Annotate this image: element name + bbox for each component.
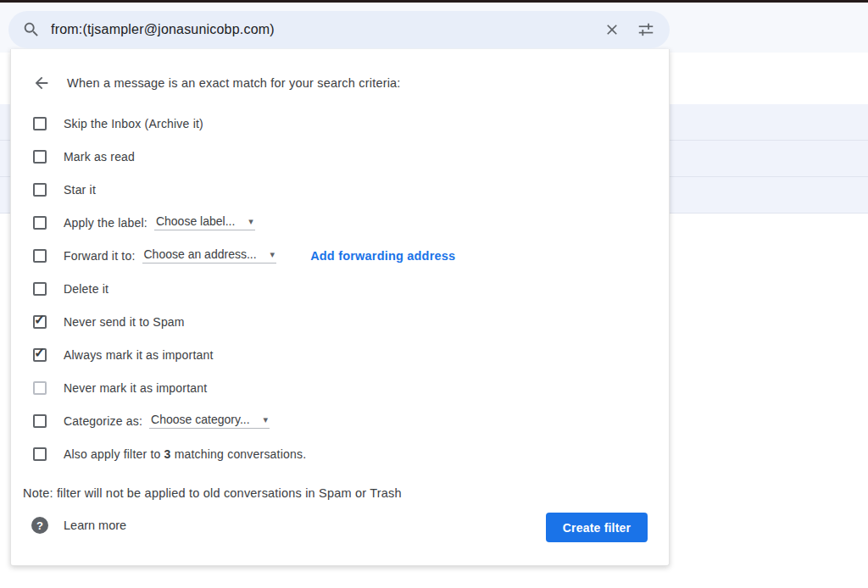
help-icon: ? [31, 517, 48, 534]
dropdown-value: Choose an address... [144, 247, 257, 261]
search-bar[interactable]: from:(tjsampler@jonasunicobp.com) [8, 11, 670, 48]
categorize-checkbox[interactable] [33, 414, 47, 428]
filter-row-delete: Delete it [11, 272, 669, 305]
search-input[interactable]: from:(tjsampler@jonasunicobp.com) [51, 22, 595, 37]
choose-category-dropdown[interactable]: Choose category... ▾ [149, 413, 270, 429]
label-text: Also apply filter to [64, 447, 164, 461]
back-button[interactable] [31, 73, 52, 93]
checkbox-label[interactable]: Mark as read [64, 150, 135, 164]
apply-to-matching-checkbox[interactable] [33, 447, 47, 461]
filter-row-categorize: Categorize as: Choose category... ▾ [11, 404, 669, 437]
dropdown-value: Choose category... [151, 413, 249, 426]
choose-label-dropdown[interactable]: Choose label... ▾ [154, 214, 255, 230]
learn-more-label: Learn more [64, 519, 126, 532]
checkbox-label[interactable]: Forward it to: [64, 249, 136, 263]
forward-checkbox[interactable] [33, 249, 47, 263]
apply-label-checkbox[interactable] [33, 216, 47, 230]
dialog-title: When a message is an exact match for you… [67, 76, 401, 90]
add-forwarding-address-link[interactable]: Add forwarding address [310, 249, 455, 263]
checkbox-label[interactable]: Never send it to Spam [64, 315, 185, 329]
filter-row-skip-inbox: Skip the Inbox (Archive it) [11, 107, 669, 140]
checkmark-icon: ✓ [34, 313, 45, 327]
filter-options-list: Skip the Inbox (Archive it) Mark as read… [11, 107, 669, 470]
skip-inbox-checkbox[interactable] [33, 117, 47, 130]
star-it-checkbox[interactable] [33, 183, 47, 197]
checkbox-label[interactable]: Skip the Inbox (Archive it) [64, 117, 203, 130]
create-filter-button[interactable]: Create filter [546, 513, 648, 542]
checkbox-label[interactable]: Always mark it as important [64, 348, 214, 362]
filter-row-apply-label: Apply the label: Choose label... ▾ [11, 206, 669, 239]
label-text: matching conversations. [171, 447, 307, 461]
checkbox-label[interactable]: Categorize as: [64, 414, 142, 428]
never-spam-checkbox[interactable]: ✓ [33, 315, 47, 329]
clear-search-button[interactable] [595, 13, 629, 47]
chevron-down-icon: ▾ [264, 414, 269, 425]
filter-row-apply-existing: Also apply filter to 3 matching conversa… [11, 437, 669, 470]
choose-address-dropdown[interactable]: Choose an address... ▾ [142, 247, 277, 263]
filter-row-always-important: ✓ Always mark it as important [11, 338, 669, 371]
dialog-footer: ? Learn more Create filter [11, 507, 669, 554]
learn-more-link[interactable]: ? Learn more [31, 517, 126, 534]
always-important-checkbox[interactable]: ✓ [33, 348, 47, 362]
chevron-down-icon: ▾ [270, 249, 275, 260]
dropdown-value: Choose label... [156, 214, 235, 228]
filter-row-never-spam: ✓ Never send it to Spam [11, 305, 669, 338]
checkbox-label[interactable]: Never mark it as important [64, 381, 207, 395]
close-icon [604, 21, 620, 38]
search-icon[interactable] [22, 20, 41, 39]
checkbox-label[interactable]: Delete it [64, 282, 108, 296]
checkbox-label[interactable]: Star it [64, 183, 96, 197]
matching-count: 3 [164, 447, 171, 461]
back-arrow-icon [32, 74, 51, 92]
mark-read-checkbox[interactable] [33, 150, 47, 164]
filter-row-never-important: Never mark it as important [11, 371, 669, 404]
never-important-checkbox[interactable] [33, 381, 47, 395]
checkbox-label[interactable]: Apply the label: [64, 216, 147, 230]
dialog-header: When a message is an exact match for you… [11, 66, 669, 100]
filter-note-text: Note: filter will not be applied to old … [23, 486, 402, 500]
checkbox-label[interactable]: Also apply filter to 3 matching conversa… [64, 447, 306, 461]
search-options-button[interactable] [629, 13, 663, 47]
search-options-icon [637, 20, 655, 39]
chevron-down-icon: ▾ [248, 216, 253, 227]
checkmark-icon: ✓ [34, 347, 45, 360]
delete-it-checkbox[interactable] [33, 282, 47, 296]
filter-row-forward: Forward it to: Choose an address... ▾ Ad… [11, 239, 669, 272]
filter-row-mark-read: Mark as read [11, 140, 669, 173]
gmail-create-filter-screen: from:(tjsampler@jonasunicobp.com) [0, 0, 868, 588]
create-filter-dialog: When a message is an exact match for you… [10, 49, 670, 566]
filter-row-star: Star it [11, 173, 669, 206]
